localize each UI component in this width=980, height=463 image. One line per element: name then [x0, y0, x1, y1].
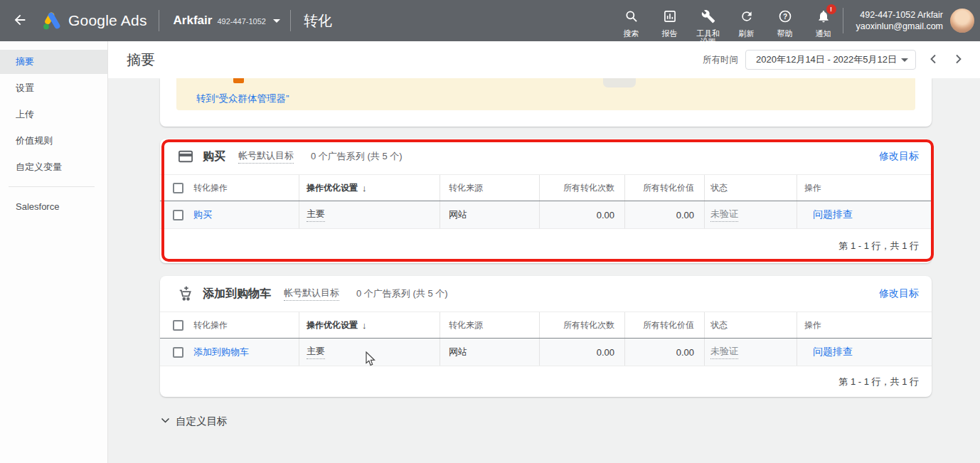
col-optimization-setting[interactable]: 操作优化设置↓ — [299, 312, 440, 338]
sidebar-item-summary[interactable]: 摘要 — [0, 50, 107, 74]
sidebar-item-custom-variables[interactable]: 自定义变量 — [0, 155, 107, 179]
chevron-down-icon — [901, 58, 908, 62]
row-checkbox[interactable] — [173, 347, 183, 358]
select-all-checkbox[interactable] — [173, 183, 183, 193]
col-status[interactable]: 状态 — [704, 312, 797, 338]
notice-banner: 转到“受众群体管理器” — [176, 78, 915, 110]
sidebar-item-salesforce[interactable]: Salesforce — [0, 194, 107, 218]
divider — [843, 8, 843, 33]
chevron-right-icon — [952, 53, 964, 68]
svg-text:?: ? — [782, 13, 787, 21]
goal-default-badge[interactable]: 帐号默认目标 — [238, 149, 294, 164]
goal-title: 购买 — [203, 149, 225, 164]
conversion-source-value: 网站 — [440, 339, 539, 366]
sidebar: 摘要 设置 上传 价值规则 自定义变量 Salesforce — [0, 41, 108, 463]
account-info-line1: 492-447-1052 Arkfair — [856, 9, 943, 21]
nav-search[interactable]: 搜索 — [612, 9, 651, 38]
goal-card-add-to-cart: 添加到购物车 帐号默认目标 0 个广告系列 (共 5 个) 修改目标 转化操作 … — [160, 276, 932, 397]
back-button[interactable] — [0, 12, 40, 30]
nav-tools[interactable]: 工具和 设置 — [689, 9, 728, 41]
optimization-setting-value[interactable]: 主要 — [307, 345, 325, 359]
avatar[interactable] — [950, 9, 974, 33]
troubleshoot-link[interactable]: 问题排查 — [813, 346, 853, 358]
table-header-row: 转化操作 操作优化设置↓ 转化来源 所有转化次数 所有转化价值 状态 操作 — [160, 312, 932, 339]
sort-desc-icon: ↓ — [362, 320, 367, 331]
account-info-line2: yaoxinlun@gmail.com — [856, 21, 943, 32]
conversion-action-link[interactable]: 添加到购物车 — [193, 346, 249, 358]
tools-icon — [701, 9, 715, 26]
topbar-nav: 搜索 报告 工具和 设置 刷新 — [612, 0, 843, 41]
sidebar-item-value-rules[interactable]: 价值规则 — [0, 129, 107, 153]
table-pagination: 第 1 - 1 行，共 1 行 — [160, 366, 932, 397]
col-conversion-action[interactable]: 转化操作 — [191, 175, 299, 201]
date-range-picker[interactable]: 2020年12月14日 - 2022年5月12日 — [745, 50, 916, 70]
col-all-conversion-value[interactable]: 所有转化价值 — [624, 175, 704, 201]
conversion-action-link[interactable]: 购买 — [193, 208, 212, 221]
banner-button-remnant — [603, 78, 636, 87]
nav-reports[interactable]: 报告 — [651, 9, 689, 38]
prev-period-button[interactable] — [922, 48, 946, 72]
sidebar-item-uploads[interactable]: 上传 — [0, 102, 107, 127]
all-conversion-value-value: 0.00 — [624, 201, 704, 228]
status-badge[interactable]: 未验证 — [710, 345, 738, 359]
all-conversions-value: 0.00 — [539, 201, 624, 228]
col-all-conversion-value[interactable]: 所有转化价值 — [624, 312, 704, 338]
col-all-conversions[interactable]: 所有转化次数 — [539, 312, 624, 338]
account-id: 492-447-1052 — [217, 17, 266, 26]
custom-goals-toggle[interactable]: 自定义目标 — [160, 415, 228, 428]
nav-help[interactable]: ? 帮助 — [766, 9, 804, 38]
select-all-checkbox[interactable] — [173, 320, 183, 331]
col-conversion-source[interactable]: 转化来源 — [440, 312, 539, 338]
main-content: 转到“受众群体管理器” 购买 帐号默认目标 0 个广告系列 (共 5 个) 修改… — [108, 78, 980, 463]
refresh-icon — [740, 9, 754, 26]
conversion-source-value: 网站 — [440, 201, 539, 228]
sort-desc-icon: ↓ — [362, 183, 367, 193]
topbar-page-title: 转化 — [304, 11, 332, 31]
nav-refresh[interactable]: 刷新 — [728, 9, 766, 38]
account-name: Arkfair — [174, 14, 213, 28]
date-range-label: 所有时间 — [703, 54, 738, 66]
top-bar: Google Ads Arkfair 492-447-1052 转化 搜索 报告 — [0, 0, 980, 41]
purchase-icon — [178, 149, 193, 164]
col-operation[interactable]: 操作 — [797, 312, 932, 338]
all-conversions-value: 0.00 — [539, 339, 624, 366]
google-ads-logo-icon — [41, 10, 63, 31]
divider — [159, 10, 159, 31]
optimization-setting-value[interactable]: 主要 — [307, 208, 325, 222]
troubleshoot-link[interactable]: 问题排查 — [813, 208, 853, 221]
col-optimization-setting[interactable]: 操作优化设置↓ — [299, 175, 440, 201]
edit-goal-link[interactable]: 修改目标 — [879, 287, 919, 300]
goal-default-badge[interactable]: 帐号默认目标 — [284, 287, 339, 301]
add-to-cart-icon — [178, 286, 193, 302]
product-name: Google Ads — [68, 12, 147, 29]
status-badge[interactable]: 未验证 — [710, 208, 738, 222]
sidebar-item-settings[interactable]: 设置 — [0, 76, 107, 100]
divider — [290, 10, 291, 31]
edit-goal-link[interactable]: 修改目标 — [879, 150, 919, 163]
audience-manager-link[interactable]: 转到“受众群体管理器” — [196, 92, 289, 105]
col-operation[interactable]: 操作 — [797, 175, 932, 201]
goal-card-header: 添加到购物车 帐号默认目标 0 个广告系列 (共 5 个) 修改目标 — [160, 276, 932, 312]
account-selector[interactable]: Arkfair 492-447-1052 — [174, 14, 280, 28]
row-checkbox[interactable] — [173, 210, 183, 220]
search-icon — [624, 9, 639, 26]
chevron-left-icon — [927, 53, 940, 68]
help-icon: ? — [778, 9, 792, 26]
account-info: 492-447-1052 Arkfair yaoxinlun@gmail.com — [856, 9, 943, 32]
goal-card-header: 购买 帐号默认目标 0 个广告系列 (共 5 个) 修改目标 — [160, 139, 932, 174]
chevron-down-icon — [160, 415, 171, 428]
next-period-button[interactable] — [946, 48, 970, 72]
table-header-row: 转化操作 操作优化设置↓ 转化来源 所有转化次数 所有转化价值 状态 操作 — [160, 174, 932, 201]
col-status[interactable]: 状态 — [704, 175, 797, 201]
col-all-conversions[interactable]: 所有转化次数 — [539, 175, 624, 201]
col-conversion-action[interactable]: 转化操作 — [191, 312, 299, 338]
table-row: 添加到购物车 主要 网站 0.00 0.00 未验证 问题排查 — [160, 339, 932, 366]
arrow-left-icon — [12, 12, 28, 30]
nav-notifications[interactable]: 通知 ! — [804, 9, 843, 38]
page-title: 摘要 — [127, 50, 155, 70]
all-conversion-value-value: 0.00 — [624, 339, 704, 366]
col-conversion-source[interactable]: 转化来源 — [440, 175, 539, 201]
notice-card: 转到“受众群体管理器” — [160, 78, 932, 127]
notification-badge: ! — [826, 4, 836, 14]
date-range-value: 2020年12月14日 - 2022年5月12日 — [756, 53, 897, 66]
